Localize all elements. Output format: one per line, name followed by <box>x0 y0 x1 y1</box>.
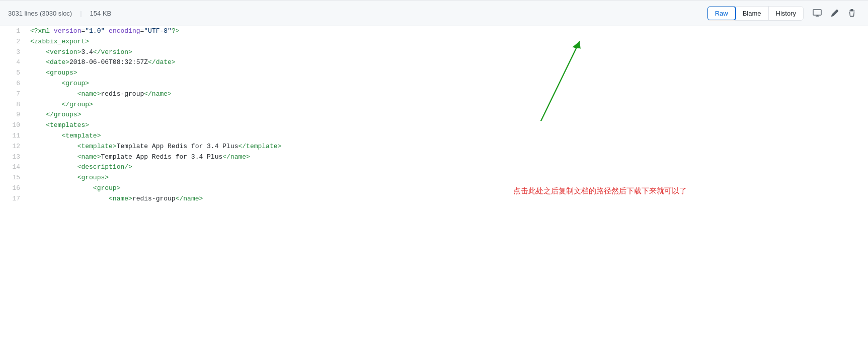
page-wrapper: 3031 lines (3030 sloc) | 154 KB Raw Blam… <box>0 0 868 204</box>
line-code: <date>2018-06-06T08:32:57Z</date> <box>28 57 868 68</box>
code-container: 1<?xml version="1.0" encoding="UTF-8"?>2… <box>0 26 868 204</box>
table-row: 5 <groups> <box>0 68 868 79</box>
line-number: 3 <box>0 47 28 58</box>
file-header: 3031 lines (3030 sloc) | 154 KB Raw Blam… <box>0 0 868 26</box>
code-table: 1<?xml version="1.0" encoding="UTF-8"?>2… <box>0 26 868 204</box>
table-row: 13 <name>Template App Redis for 3.4 Plus… <box>0 152 868 163</box>
table-row: 14 <description/> <box>0 162 868 173</box>
line-number: 16 <box>0 183 28 194</box>
line-number: 17 <box>0 194 28 204</box>
line-number: 13 <box>0 152 28 163</box>
line-code: <template> <box>28 131 868 142</box>
history-button[interactable]: History <box>769 7 803 20</box>
table-row: 3 <version>3.4</version> <box>0 47 868 58</box>
table-row: 8 </group> <box>0 100 868 110</box>
line-code: <groups> <box>28 68 868 79</box>
line-number: 8 <box>0 100 28 110</box>
line-code: <?xml version="1.0" encoding="UTF-8"?> <box>28 26 868 37</box>
table-row: 11 <template> <box>0 131 868 142</box>
file-meta: 3031 lines (3030 sloc) | 154 KB <box>8 10 111 17</box>
raw-button[interactable]: Raw <box>707 6 736 21</box>
line-number: 1 <box>0 26 28 37</box>
table-row: 4 <date>2018-06-06T08:32:57Z</date> <box>0 57 868 68</box>
line-code: <description/> <box>28 162 868 173</box>
line-number: 6 <box>0 79 28 89</box>
table-row: 9 </groups> <box>0 110 868 120</box>
line-code: </group> <box>28 100 868 110</box>
file-size: 154 KB <box>90 10 112 17</box>
line-code: <name>redis-group</name> <box>28 89 868 100</box>
blame-button[interactable]: Blame <box>736 7 769 20</box>
line-code: <template>Template App Redis for 3.4 Plu… <box>28 142 868 152</box>
line-number: 12 <box>0 142 28 152</box>
table-row: 7 <name>redis-group</name> <box>0 89 868 100</box>
view-mode-buttons: Raw Blame History <box>707 6 804 21</box>
display-icon-button[interactable] <box>809 7 826 20</box>
line-code: <templates> <box>28 120 868 131</box>
table-row: 10 <templates> <box>0 120 868 131</box>
code-body: 1<?xml version="1.0" encoding="UTF-8"?>2… <box>0 26 868 204</box>
table-row: 12 <template>Template App Redis for 3.4 … <box>0 142 868 152</box>
table-row: 16 <group> <box>0 183 868 194</box>
table-row: 15 <groups> <box>0 173 868 183</box>
line-code: <name>Template App Redis for 3.4 Plus</n… <box>28 152 868 163</box>
line-number: 15 <box>0 173 28 183</box>
table-row: 1<?xml version="1.0" encoding="UTF-8"?> <box>0 26 868 37</box>
annotation-text: 点击此处之后复制文档的路径然后下载下来就可以了 <box>513 186 687 196</box>
line-number: 10 <box>0 120 28 131</box>
monitor-icon <box>813 9 822 17</box>
lines-count: 3031 lines (3030 sloc) <box>8 10 72 17</box>
line-code: <group> <box>28 183 868 194</box>
file-actions: Raw Blame History <box>707 6 860 21</box>
line-code: <name>redis-group</name> <box>28 194 868 204</box>
line-number: 9 <box>0 110 28 120</box>
table-row: 6 <group> <box>0 79 868 89</box>
line-number: 4 <box>0 57 28 68</box>
line-code: </groups> <box>28 110 868 120</box>
line-number: 2 <box>0 37 28 47</box>
line-code: <version>3.4</version> <box>28 47 868 58</box>
trash-icon <box>848 9 856 17</box>
edit-button[interactable] <box>827 7 843 20</box>
line-code: <zabbix_export> <box>28 37 868 47</box>
line-number: 14 <box>0 162 28 173</box>
pencil-icon <box>831 9 839 17</box>
svg-rect-0 <box>813 10 821 15</box>
delete-button[interactable] <box>844 7 860 20</box>
divider: | <box>80 10 82 17</box>
line-number: 5 <box>0 68 28 79</box>
table-row: 17 <name>redis-group</name> <box>0 194 868 204</box>
line-number: 11 <box>0 131 28 142</box>
table-row: 2<zabbix_export> <box>0 37 868 47</box>
line-number: 7 <box>0 89 28 100</box>
line-code: <groups> <box>28 173 868 183</box>
line-code: <group> <box>28 79 868 89</box>
